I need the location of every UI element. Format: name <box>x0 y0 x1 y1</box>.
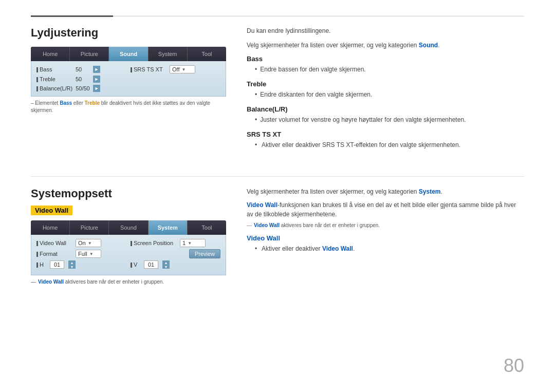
video-wall-badge: Video Wall <box>31 206 72 215</box>
sys-nav-picture[interactable]: Picture <box>70 220 109 235</box>
balance-label: Balance(L/R) <box>36 85 72 91</box>
section-divider <box>31 176 524 177</box>
top-rule-thin <box>113 16 524 16</box>
treble-col: Treble 50 ► <box>36 76 126 83</box>
sys-row-1: Video Wall On ▼ Screen Position 1 <box>36 239 220 247</box>
vw-col: Video Wall On ▼ <box>36 239 126 247</box>
desc-bass-bullet: Endre bassen for den valgte skjermen. <box>247 65 524 74</box>
system-section: Systemoppsett Video Wall Home Picture So… <box>31 187 524 286</box>
srs-link: SRS TS XT <box>322 141 354 148</box>
sound-note: – Elementet Bass eller Treble blir deakt… <box>31 100 226 114</box>
h-label: H <box>36 262 47 268</box>
nav-system[interactable]: System <box>149 47 188 61</box>
v-value[interactable]: 01 <box>144 260 158 269</box>
vw-bullet-link: Video Wall <box>322 245 353 252</box>
srs-col: SRS TS XT Off ▼ <box>131 65 220 73</box>
system-note: — Video Wall aktiveres bare når det er e… <box>31 278 226 286</box>
h-stepper-up[interactable]: ▲ <box>68 260 76 265</box>
system-section-title: Systemoppsett <box>31 187 226 200</box>
sound-left-col: Lydjustering Home Picture Sound System T… <box>31 26 226 156</box>
settings-row-3: Balance(L/R) 50/50 ► <box>36 85 220 92</box>
nav-tool[interactable]: Tool <box>188 47 226 61</box>
sp-label: Screen Position <box>131 240 177 246</box>
desc-treble-bullet: Endre diskanten for den valgte skjermen. <box>247 90 524 99</box>
v-stepper[interactable]: ▲ ▼ <box>162 260 170 269</box>
vw-dropdown[interactable]: On ▼ <box>76 239 101 247</box>
sys-link: System <box>419 188 441 195</box>
sys-row-2: Format Full ▼ Preview <box>36 249 220 258</box>
sys-nav-tool[interactable]: Tool <box>188 220 226 235</box>
bass-value: 50 <box>76 66 90 72</box>
sound-nav-bar: Home Picture Sound System Tool <box>31 47 226 61</box>
v-stepper-down[interactable]: ▼ <box>162 265 170 269</box>
balance-arrow[interactable]: ► <box>93 85 100 92</box>
nav-picture[interactable]: Picture <box>70 47 109 61</box>
bass-col: Bass 50 ► <box>36 66 126 73</box>
desc-vw: Video Wall Aktiver eller deaktiver Video… <box>247 234 524 253</box>
note-treble-link: Treble <box>85 100 100 106</box>
settings-row-1: Bass 50 ► SRS TS XT Off ▼ <box>36 65 220 73</box>
note-bass-link: Bass <box>60 100 72 106</box>
nav-home[interactable]: Home <box>31 47 70 61</box>
treble-arrow[interactable]: ► <box>93 76 100 83</box>
preview-button[interactable]: Preview <box>189 249 220 258</box>
sys-note-right: — Video Wall aktiveres bare når det er e… <box>247 222 524 229</box>
sound-desc-intro1: Du kan endre lydinnstillingene. <box>247 26 524 35</box>
vw-label: Video Wall <box>36 240 72 246</box>
desc-balance-title: Balance(L/R) <box>247 105 524 113</box>
desc-treble: Treble Endre diskanten for den valgte sk… <box>247 80 524 99</box>
system-left-col: Systemoppsett Video Wall Home Picture So… <box>31 187 226 286</box>
bass-arrow[interactable]: ► <box>93 66 100 73</box>
sound-section: Lydjustering Home Picture Sound System T… <box>31 26 524 156</box>
balance-value: 50/50 <box>76 85 90 91</box>
settings-row-2: Treble 50 ► <box>36 76 220 83</box>
desc-srs-bullet: Aktiver eller deaktiver SRS TS XT-effekt… <box>247 140 524 150</box>
treble-value: 50 <box>76 76 90 82</box>
desc-treble-title: Treble <box>247 80 524 88</box>
sp-dropdown[interactable]: 1 ▼ <box>180 239 206 247</box>
page-number: 80 <box>504 355 524 377</box>
sys-row-3: H 01 ▲ ▼ V 01 ▲ <box>36 260 220 269</box>
treble-label: Treble <box>36 76 72 82</box>
top-rule-thick <box>31 15 113 17</box>
system-right-col: Velg skjermenheter fra listen over skjer… <box>247 187 524 286</box>
h-stepper[interactable]: ▲ ▼ <box>68 260 76 269</box>
sp-col: Screen Position 1 ▼ <box>131 239 220 247</box>
desc-srs-title: SRS TS XT <box>247 130 524 138</box>
sys-nav-sound[interactable]: Sound <box>109 220 148 235</box>
desc-balance-bullet: Juster volumet for venstre og høyre høyt… <box>247 115 524 124</box>
v-label: V <box>131 262 141 268</box>
sys-nav-system[interactable]: System <box>149 220 188 235</box>
system-settings-panel: Video Wall On ▼ Screen Position 1 <box>31 235 226 275</box>
format-dropdown[interactable]: Full ▼ <box>76 250 101 258</box>
desc-srs: SRS TS XT Aktiver eller deaktiver SRS TS… <box>247 130 524 150</box>
vw-bullet: Aktiver eller deaktiver Video Wall. <box>247 244 524 253</box>
sys-note-vw: Video Wall <box>254 222 280 228</box>
sys-desc-intro: Velg skjermenheter fra listen over skjer… <box>247 187 524 196</box>
desc-bass: Bass Endre bassen for den valgte skjerme… <box>247 55 524 74</box>
h-stepper-down[interactable]: ▼ <box>68 265 76 269</box>
preview-col: Preview <box>131 249 220 258</box>
bass-label: Bass <box>36 66 72 72</box>
sound-settings-panel: Bass 50 ► SRS TS XT Off ▼ <box>31 61 226 97</box>
sound-link: Sound <box>419 42 438 49</box>
sys-desc-para1: Video Wall-funksjonen kan brukes til å v… <box>247 200 524 219</box>
h-col: H 01 ▲ ▼ <box>36 260 126 269</box>
sound-section-title: Lydjustering <box>31 26 226 40</box>
nav-sound[interactable]: Sound <box>109 47 148 61</box>
srs-dropdown[interactable]: Off ▼ <box>170 65 195 73</box>
system-nav-bar: Home Picture Sound System Tool <box>31 220 226 235</box>
sys-note-link: Video Wall <box>38 279 64 285</box>
format-col: Format Full ▼ <box>36 250 126 258</box>
sys-nav-home[interactable]: Home <box>31 220 70 235</box>
desc-bass-title: Bass <box>247 55 524 63</box>
h-value[interactable]: 01 <box>50 260 64 269</box>
vw-section-title: Video Wall <box>247 234 524 242</box>
format-label: Format <box>36 251 72 257</box>
balance-col: Balance(L/R) 50/50 ► <box>36 85 126 92</box>
v-stepper-up[interactable]: ▲ <box>162 260 170 265</box>
desc-balance: Balance(L/R) Juster volumet for venstre … <box>247 105 524 124</box>
srs-label: SRS TS XT <box>131 66 166 72</box>
sound-desc-intro2: Velg skjermenheter fra listen over skjer… <box>247 41 524 50</box>
para-vw-link: Video Wall <box>247 201 278 209</box>
